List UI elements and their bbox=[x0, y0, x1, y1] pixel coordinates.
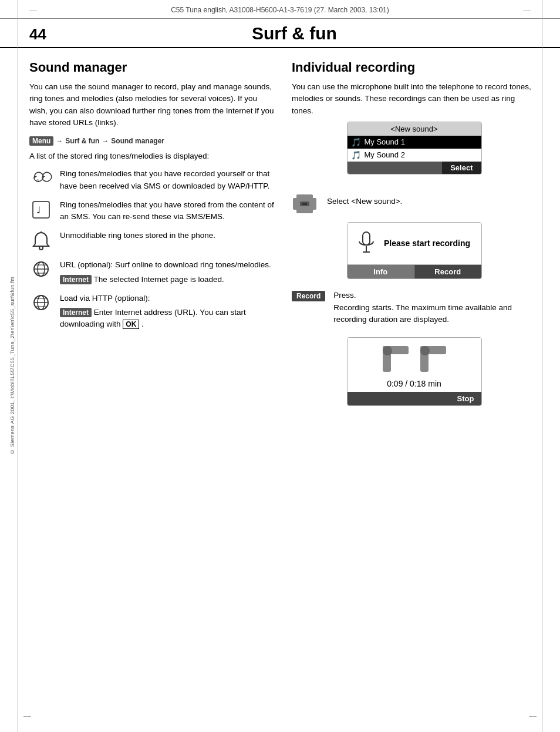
bell-icon bbox=[29, 230, 53, 252]
select-instruction-text: Select <New sound>. bbox=[327, 196, 402, 207]
nav-item1: Surf & fun bbox=[65, 137, 99, 145]
url-item-container: URL (optional): Surf online to download … bbox=[60, 259, 271, 286]
svg-rect-18 bbox=[296, 206, 313, 213]
select-instruction-row: Select <New sound>. bbox=[292, 193, 537, 216]
phone-ui-sound-list: <New sound> 🎵 My Sound 1 🎵 My Sound 2 Se… bbox=[347, 122, 482, 174]
icon-list: ♫ Ring tones/melodies that you have reco… bbox=[29, 168, 274, 330]
page-title: Surf & fun bbox=[58, 23, 531, 43]
sound2-label: My Sound 2 bbox=[365, 150, 405, 159]
recording-desc: Recording starts. The maximum time avail… bbox=[333, 302, 537, 326]
url-item-text: URL (optional): Surf online to download … bbox=[60, 259, 271, 271]
phone-ui-header: <New sound> bbox=[348, 122, 481, 136]
svg-rect-20 bbox=[302, 203, 307, 205]
internet-badge2: Internet bbox=[60, 308, 92, 317]
internet-badge1: Internet bbox=[60, 275, 92, 284]
list-item: ♫ Ring tones/melodies that you have reco… bbox=[29, 168, 274, 192]
phone-screen-body: Please start recording bbox=[348, 223, 481, 264]
stop-button[interactable]: Stop bbox=[348, 392, 481, 405]
phone-ui-header-text: <New sound> bbox=[390, 125, 437, 133]
right-column: Individual recording You can use the mic… bbox=[292, 60, 537, 406]
period: . bbox=[141, 320, 144, 328]
select-button[interactable]: Select bbox=[442, 162, 481, 174]
corner-mark-top-left: — bbox=[29, 6, 37, 15]
list-item-text: Ring tones/melodies that you have record… bbox=[60, 168, 274, 192]
svg-text:♫: ♫ bbox=[36, 178, 39, 183]
phone-ui-recording: Please start recording Info Record bbox=[347, 222, 482, 279]
svg-point-3 bbox=[39, 246, 43, 250]
corner-mark-bottom-left: — bbox=[23, 711, 31, 720]
info-button[interactable]: Info bbox=[348, 265, 414, 278]
phone-screen-footer: Info Record bbox=[348, 264, 481, 278]
microphone-icon bbox=[357, 231, 376, 256]
list-item: Load via HTTP (optional): Internet Enter… bbox=[29, 293, 274, 331]
nav-circle-icon bbox=[292, 193, 318, 216]
list-item: Unmodifiable ring tones stored in the ph… bbox=[29, 230, 274, 252]
record-badge: Record bbox=[292, 291, 325, 301]
menu-badge: Menu bbox=[29, 136, 53, 146]
globe-icon bbox=[29, 259, 53, 278]
internet-text1: The selected Internet page is loaded. bbox=[94, 275, 224, 284]
ok-badge: OK bbox=[123, 320, 139, 329]
load-http-text: Load via HTTP (optional): bbox=[60, 293, 274, 304]
internet-text2-container: Internet Enter Internet address (URL). Y… bbox=[60, 307, 274, 331]
sound-manager-title: Sound manager bbox=[29, 60, 274, 75]
globe-icon2 bbox=[29, 293, 53, 311]
press-text: Press. bbox=[333, 291, 537, 300]
list-item: ♩ Ring tones/melodies that you have stor… bbox=[29, 199, 274, 223]
phone-ui-row-sound1[interactable]: 🎵 My Sound 1 bbox=[348, 136, 481, 149]
svg-rect-21 bbox=[363, 232, 370, 245]
individual-recording-intro: You can use the microphone built into th… bbox=[292, 81, 537, 117]
sound-manager-intro: You can use the sound manager to record,… bbox=[29, 81, 274, 129]
phone-ui-footer: Select bbox=[348, 162, 481, 174]
list-item-text: Ring tones/melodies that you have stored… bbox=[60, 199, 274, 223]
dpad-left-icon bbox=[383, 346, 409, 372]
corner-mark-bottom-right: — bbox=[529, 711, 537, 720]
sound1-label: My Sound 1 bbox=[365, 137, 405, 146]
header-meta-text: C55 Tuna english, A31008-H5600-A1-3-7619… bbox=[171, 6, 389, 15]
cross-center-left bbox=[383, 346, 392, 355]
list-item: URL (optional): Surf online to download … bbox=[29, 259, 274, 286]
left-column: Sound manager You can use the sound mana… bbox=[29, 60, 274, 406]
nav-keys-area bbox=[348, 338, 481, 377]
list-item-text: Unmodifiable ring tones stored in the ph… bbox=[60, 230, 215, 241]
cross-center-right bbox=[420, 346, 430, 355]
phone-ui-timer: 0:09 / 0:18 min Stop bbox=[347, 337, 482, 406]
please-start-recording-text: Please start recording bbox=[383, 239, 472, 248]
record-description: Press. Recording starts. The maximum tim… bbox=[333, 291, 537, 326]
list-intro: A list of the stored ring tones/melodies… bbox=[29, 150, 274, 162]
internet-text1-container: Internet The selected Internet page is l… bbox=[60, 274, 271, 286]
timer-text: 0:09 / 0:18 min bbox=[348, 377, 481, 392]
svg-rect-1 bbox=[33, 202, 49, 218]
record-button-screen[interactable]: Record bbox=[414, 265, 481, 278]
menu-nav: Menu → Surf & fun → Sound manager bbox=[29, 136, 164, 146]
melody-icon: ♫ bbox=[29, 168, 53, 186]
phone-ui-row-sound2[interactable]: 🎵 My Sound 2 bbox=[348, 149, 481, 162]
http-item-container: Load via HTTP (optional): Internet Enter… bbox=[60, 293, 274, 331]
page-number: 44 bbox=[29, 25, 46, 43]
sound-icon: 🎵 bbox=[351, 137, 361, 147]
svg-rect-17 bbox=[296, 194, 313, 202]
svg-text:♩: ♩ bbox=[36, 205, 41, 215]
dpad-right-icon bbox=[420, 346, 446, 372]
nav-arrow2: → bbox=[102, 137, 109, 145]
note-icon: ♩ bbox=[29, 199, 53, 219]
side-text: © Siemens AG 2001, I:\Mobil\L55\C55_Tuna… bbox=[9, 277, 15, 455]
sound-icon2: 🎵 bbox=[351, 150, 361, 160]
nav-item2: Sound manager bbox=[111, 137, 164, 145]
corner-mark-top-right: — bbox=[523, 6, 531, 15]
individual-recording-title: Individual recording bbox=[292, 60, 537, 75]
nav-arrow1: → bbox=[56, 137, 63, 145]
